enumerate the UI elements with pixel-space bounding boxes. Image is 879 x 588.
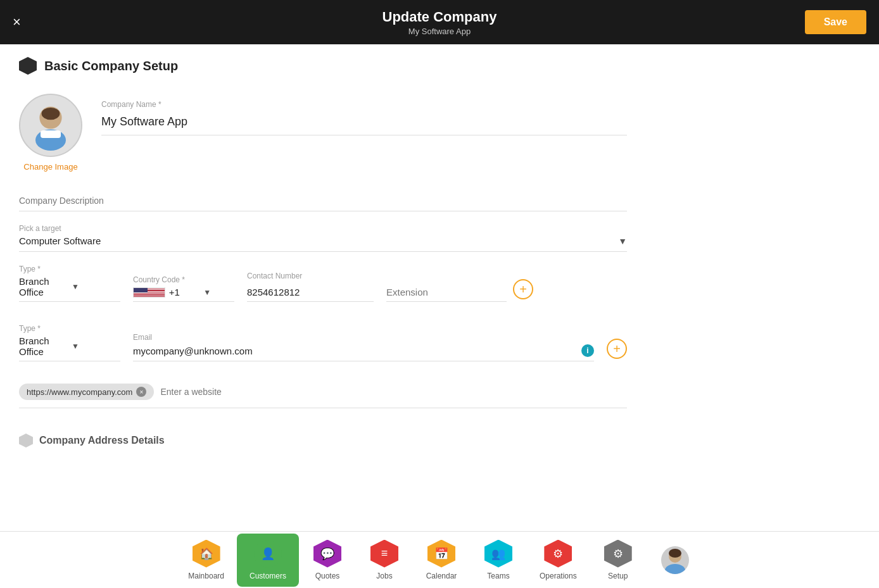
email-type-label: Type * xyxy=(19,324,120,333)
website-tag-value: https://www.mycompany.com xyxy=(27,387,132,397)
jobs-icon: ≡ xyxy=(370,540,398,568)
nav-label-calendar: Calendar xyxy=(426,572,457,580)
target-dropdown-arrow: ▼ xyxy=(618,236,627,246)
target-select[interactable]: Computer Software ▼ xyxy=(19,235,627,252)
teams-icon: 👥 xyxy=(484,540,512,568)
nav-label-mainboard: Mainboard xyxy=(188,572,224,580)
add-email-button[interactable]: + xyxy=(607,339,627,359)
email-type-arrow: ▼ xyxy=(72,342,120,351)
nav-item-jobs[interactable]: ≡ Jobs xyxy=(356,534,413,587)
address-hexagon-icon xyxy=(19,434,33,447)
user-avatar xyxy=(661,546,689,574)
nav-item-user[interactable] xyxy=(647,540,704,580)
nav-item-setup[interactable]: ⚙ Setup xyxy=(590,534,647,587)
country-code-group: Country Code * +1 ▼ xyxy=(133,275,234,302)
calendar-icon: 📅 xyxy=(427,540,455,568)
nav-item-operations[interactable]: ⚙ Operations xyxy=(527,534,590,587)
website-row: https://www.mycompany.com × xyxy=(19,384,627,408)
save-button[interactable]: Save xyxy=(805,10,866,34)
info-icon: i xyxy=(581,344,594,357)
website-tag: https://www.mycompany.com × xyxy=(19,384,154,400)
nav-label-jobs: Jobs xyxy=(376,572,392,580)
contact-number-input[interactable] xyxy=(247,283,374,302)
nav-label-customers: Customers xyxy=(250,572,286,580)
svg-rect-6 xyxy=(665,564,685,574)
nav-item-customers[interactable]: 👤 Customers xyxy=(237,534,299,587)
country-code-arrow: ▼ xyxy=(203,288,234,297)
email-field-group: Email i xyxy=(133,333,594,361)
description-field xyxy=(19,191,627,211)
mainboard-icon: 🏠 xyxy=(193,540,220,568)
nav-label-quotes: Quotes xyxy=(315,572,340,580)
target-label: Pick a target xyxy=(19,224,627,233)
email-type-value: Branch Office xyxy=(19,335,68,357)
section-hexagon-icon xyxy=(19,57,37,75)
contact-number-label: Contact Number xyxy=(247,272,374,280)
phone-type-group: Type * Branch Office ▼ xyxy=(19,265,120,302)
main-content: Basic Company Setup Change Image Company… xyxy=(0,44,879,531)
phone-type-value: Branch Office xyxy=(19,276,68,297)
svg-point-4 xyxy=(42,108,60,120)
email-input-row: i xyxy=(133,344,594,361)
country-code-select[interactable]: +1 ▼ xyxy=(133,287,234,302)
email-input[interactable] xyxy=(133,346,576,356)
nav-label-operations: Operations xyxy=(540,572,577,580)
nav-label-setup: Setup xyxy=(608,572,628,580)
contact-number-group: Contact Number xyxy=(247,272,374,302)
remove-website-button[interactable]: × xyxy=(136,387,146,397)
section-title: Basic Company Setup xyxy=(44,59,178,73)
nav-item-mainboard[interactable]: 🏠 Mainboard xyxy=(175,534,237,587)
target-value: Computer Software xyxy=(19,235,618,246)
customers-icon: 👤 xyxy=(254,540,282,568)
email-label: Email xyxy=(133,333,594,342)
svg-point-8 xyxy=(669,549,681,558)
extension-input[interactable] xyxy=(386,283,507,302)
address-section-header: Company Address Details xyxy=(19,427,627,447)
email-row: Type * Branch Office ▼ Email i + xyxy=(19,324,627,368)
email-add-row: + xyxy=(607,339,627,361)
address-section-title: Company Address Details xyxy=(39,435,165,446)
add-phone-button[interactable]: + xyxy=(513,279,533,299)
nav-item-quotes[interactable]: 💬 Quotes xyxy=(299,534,356,587)
avatar-container: Change Image xyxy=(19,94,82,172)
page-title: Update Company xyxy=(383,9,497,25)
bottom-nav: 🏠 Mainboard 👤 Customers 💬 Quotes ≡ Jobs … xyxy=(0,531,879,588)
nav-label-teams: Teams xyxy=(487,572,509,580)
change-image-button[interactable]: Change Image xyxy=(23,162,77,172)
avatar-row: Change Image Company Name * xyxy=(19,94,627,172)
quotes-icon: 💬 xyxy=(313,540,341,568)
description-input[interactable] xyxy=(19,191,627,211)
email-type-group: Type * Branch Office ▼ xyxy=(19,324,120,361)
avatar xyxy=(19,94,82,157)
country-code-label: Country Code * xyxy=(133,275,234,284)
company-name-field: Company Name * xyxy=(101,94,627,135)
svg-rect-2 xyxy=(41,130,61,138)
header-subtitle: My Software App xyxy=(383,27,497,36)
phone-row: Type * Branch Office ▼ Country Code * +1… xyxy=(19,265,627,308)
phone-type-select[interactable]: Branch Office ▼ xyxy=(19,276,120,302)
target-field: Pick a target Computer Software ▼ xyxy=(19,224,627,252)
website-input[interactable] xyxy=(160,387,627,397)
country-code-value: +1 xyxy=(169,287,200,297)
nav-item-teams[interactable]: 👥 Teams xyxy=(470,534,527,587)
us-flag-icon xyxy=(133,287,165,297)
header-title-group: Update Company My Software App xyxy=(383,9,497,36)
header: × Update Company My Software App Save xyxy=(0,0,879,44)
section-header: Basic Company Setup xyxy=(19,57,627,75)
setup-icon: ⚙ xyxy=(604,540,632,568)
email-type-select[interactable]: Branch Office ▼ xyxy=(19,335,120,361)
close-button[interactable]: × xyxy=(13,14,21,30)
company-name-label: Company Name * xyxy=(101,100,627,109)
operations-icon: ⚙ xyxy=(544,540,572,568)
extension-row: + xyxy=(386,279,533,302)
company-name-input[interactable] xyxy=(101,111,627,135)
phone-type-arrow: ▼ xyxy=(72,282,120,291)
nav-item-calendar[interactable]: 📅 Calendar xyxy=(413,534,470,587)
phone-type-label: Type * xyxy=(19,265,120,273)
